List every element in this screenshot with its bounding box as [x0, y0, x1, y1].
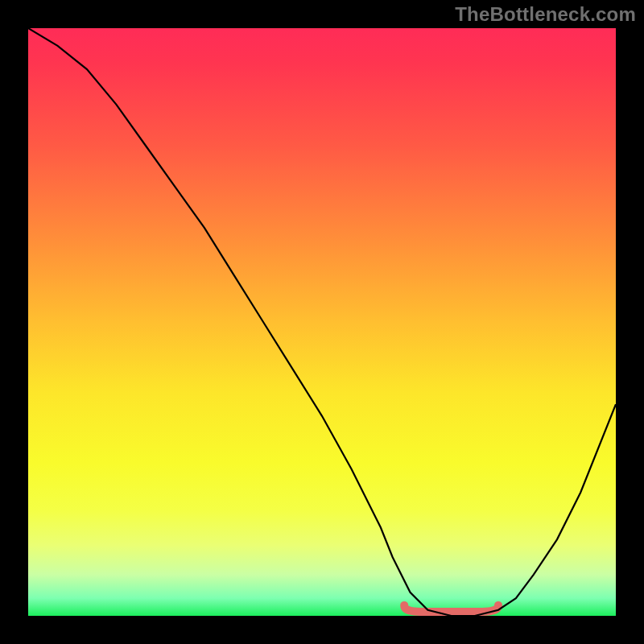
optimal-flat-marker [404, 605, 498, 612]
bottleneck-curve [28, 28, 616, 616]
curve-layer [28, 28, 616, 616]
chart-frame: TheBottleneck.com [0, 0, 644, 644]
plot-area [28, 28, 616, 616]
watermark-text: TheBottleneck.com [455, 3, 636, 26]
